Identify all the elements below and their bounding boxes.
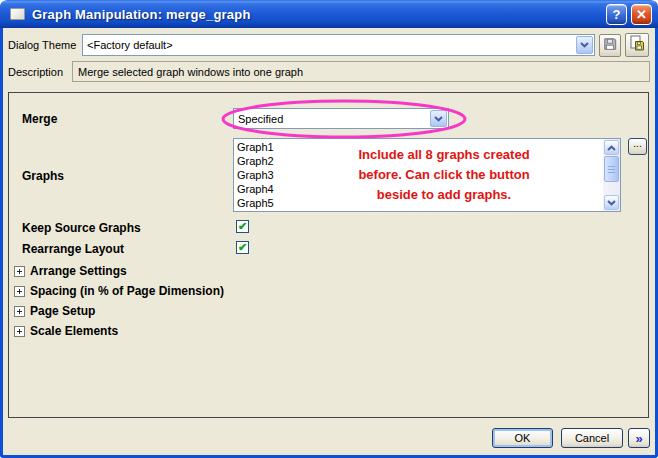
merge-combobox[interactable]: Specified bbox=[233, 108, 449, 129]
red-note-line: beside to add graphs. bbox=[292, 185, 596, 205]
title-bar[interactable]: Graph Manipulation: merge_graph ? ✕ bbox=[0, 0, 658, 28]
list-item[interactable]: Graph2 bbox=[237, 154, 274, 168]
merge-label: Merge bbox=[22, 112, 57, 126]
expander-scale-elements[interactable]: Scale Elements bbox=[14, 323, 118, 339]
help-button[interactable]: ? bbox=[606, 4, 627, 25]
floppy-disk-icon bbox=[603, 37, 617, 55]
red-note-line: before. Can click the button bbox=[292, 165, 596, 185]
keep-source-graphs-checkbox[interactable] bbox=[236, 220, 249, 233]
rearrange-layout-label: Rearrange Layout bbox=[22, 242, 124, 256]
vertical-scrollbar[interactable] bbox=[603, 139, 620, 211]
plus-expand-icon[interactable] bbox=[14, 326, 25, 337]
chevron-down-icon[interactable] bbox=[576, 36, 593, 54]
plus-expand-icon[interactable] bbox=[14, 306, 25, 317]
list-item[interactable]: Graph3 bbox=[237, 168, 274, 182]
graphs-listbox[interactable]: Graph1 Graph2 Graph3 Graph4 Graph5 Inclu… bbox=[233, 138, 621, 212]
expander-label: Arrange Settings bbox=[30, 264, 127, 278]
description-field: Merge selected graph windows into one gr… bbox=[72, 61, 650, 82]
red-note-annotation: Include all 8 graphs created before. Can… bbox=[292, 145, 596, 205]
description-label: Description bbox=[8, 66, 63, 78]
save-theme-as-button[interactable] bbox=[625, 33, 649, 57]
save-theme-button[interactable] bbox=[599, 34, 621, 57]
window-icon bbox=[10, 8, 25, 20]
add-graphs-button[interactable]: ... bbox=[628, 138, 647, 155]
dialog-theme-label: Dialog Theme bbox=[8, 39, 76, 51]
graphs-list: Graph1 Graph2 Graph3 Graph4 Graph5 bbox=[237, 140, 274, 210]
red-note-line: Include all 8 graphs created bbox=[292, 145, 596, 165]
expander-label: Page Setup bbox=[30, 304, 95, 318]
keep-source-graphs-label: Keep Source Graphs bbox=[22, 221, 141, 235]
dialog-theme-value: <Factory default> bbox=[83, 39, 575, 51]
plus-expand-icon[interactable] bbox=[14, 286, 25, 297]
window-title: Graph Manipulation: merge_graph bbox=[32, 7, 606, 22]
expander-label: Spacing (in % of Page Dimension) bbox=[30, 284, 224, 298]
expander-page-setup[interactable]: Page Setup bbox=[14, 303, 95, 319]
close-button[interactable]: ✕ bbox=[631, 4, 652, 25]
more-options-button[interactable]: » bbox=[628, 428, 650, 448]
list-item[interactable]: Graph4 bbox=[237, 182, 274, 196]
chevron-down-icon[interactable] bbox=[430, 110, 447, 127]
expander-spacing[interactable]: Spacing (in % of Page Dimension) bbox=[14, 283, 224, 299]
scroll-up-icon[interactable] bbox=[604, 140, 619, 155]
expander-label: Scale Elements bbox=[30, 324, 118, 338]
list-item[interactable]: Graph1 bbox=[237, 140, 274, 154]
floppy-disk-page-icon bbox=[629, 35, 645, 55]
rearrange-layout-checkbox[interactable] bbox=[236, 241, 249, 254]
dialog-theme-combobox[interactable]: <Factory default> bbox=[82, 34, 595, 56]
ok-button[interactable]: OK bbox=[492, 428, 553, 448]
merge-value: Specified bbox=[234, 113, 429, 125]
scroll-down-icon[interactable] bbox=[604, 195, 619, 210]
list-item[interactable]: Graph5 bbox=[237, 196, 274, 210]
plus-expand-icon[interactable] bbox=[14, 266, 25, 277]
scrollbar-thumb[interactable] bbox=[604, 156, 619, 182]
dialog-window: Graph Manipulation: merge_graph ? ✕ Dial… bbox=[0, 0, 658, 458]
expander-arrange-settings[interactable]: Arrange Settings bbox=[14, 263, 127, 279]
graphs-label: Graphs bbox=[22, 169, 64, 183]
cancel-button[interactable]: Cancel bbox=[561, 428, 623, 448]
